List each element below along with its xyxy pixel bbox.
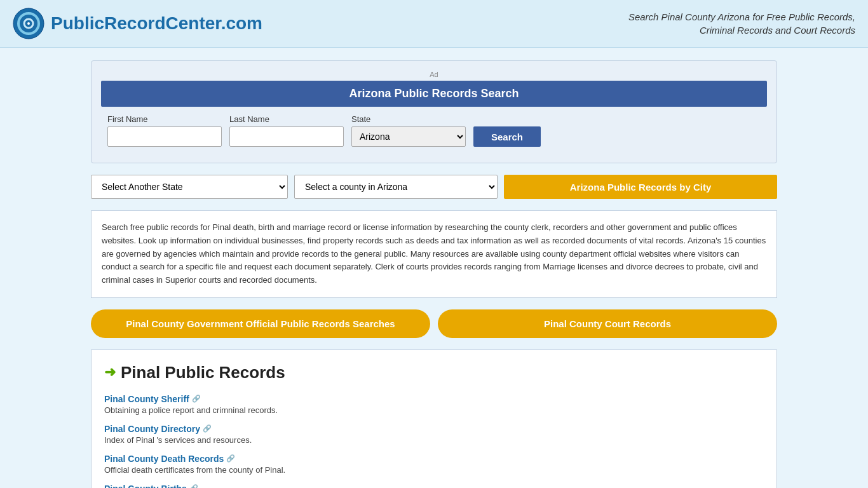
external-link-icon: 🔗 (189, 484, 198, 488)
directory-desc: Index of Pinal 's services and resources… (104, 435, 764, 445)
county-select-dropdown[interactable]: Select a county in Arizona (294, 175, 498, 199)
external-link-icon: 🔗 (226, 454, 235, 463)
records-section: ➜ Pinal Public Records Pinal County Sher… (91, 349, 777, 488)
external-link-icon: 🔗 (192, 395, 201, 403)
state-group: State Arizona (351, 114, 466, 147)
last-name-label: Last Name (229, 114, 344, 124)
svg-point-3 (27, 22, 30, 25)
sheriff-link[interactable]: Pinal County Sheriff 🔗 (104, 394, 764, 404)
action-buttons: Pinal County Government Official Public … (91, 309, 777, 338)
search-widget-title: Arizona Public Records Search (101, 81, 767, 107)
logo-area: PublicRecordCenter.com (13, 8, 262, 39)
search-widget: Ad Arizona Public Records Search First N… (91, 60, 777, 163)
header-tagline: Search Pinal County Arizona for Free Pub… (628, 10, 855, 37)
directory-link[interactable]: Pinal County Directory 🔗 (104, 424, 764, 434)
logo-icon (13, 8, 44, 39)
list-item: Pinal County Directory 🔗 Index of Pinal … (104, 424, 764, 445)
arrow-icon: ➜ (104, 364, 116, 381)
state-select-widget[interactable]: Arizona (351, 126, 466, 147)
first-name-group: First Name (107, 114, 222, 147)
state-label: State (351, 114, 466, 124)
main-content: Ad Arizona Public Records Search First N… (85, 60, 783, 488)
dropdowns-row: Select Another State Select a county in … (91, 175, 777, 199)
state-select-dropdown[interactable]: Select Another State (91, 175, 288, 199)
external-link-icon: 🔗 (203, 424, 212, 433)
list-item: Pinal County Births 🔗 Order records of b… (104, 484, 764, 488)
logo-text: PublicRecordCenter.com (51, 13, 262, 34)
sheriff-desc: Obtaining a police report and crimninal … (104, 405, 764, 415)
header: PublicRecordCenter.com Search Pinal Coun… (0, 0, 868, 48)
ad-label: Ad (101, 71, 767, 78)
search-form: First Name Last Name State Arizona Searc… (101, 114, 767, 153)
first-name-label: First Name (107, 114, 222, 124)
last-name-group: Last Name (229, 114, 344, 147)
search-button[interactable]: Search (473, 126, 541, 147)
death-records-link[interactable]: Pinal County Death Records 🔗 (104, 454, 764, 464)
records-title: ➜ Pinal Public Records (104, 363, 764, 383)
list-item: Pinal County Death Records 🔗 Official de… (104, 454, 764, 475)
court-records-button[interactable]: Pinal County Court Records (438, 309, 777, 338)
city-records-button[interactable]: Arizona Public Records by City (504, 175, 777, 199)
last-name-input[interactable] (229, 126, 344, 147)
births-link[interactable]: Pinal County Births 🔗 (104, 484, 764, 488)
description-text: Search free public records for Pinal dea… (102, 221, 766, 287)
list-item: Pinal County Sheriff 🔗 Obtaining a polic… (104, 394, 764, 415)
description-box: Search free public records for Pinal dea… (91, 210, 777, 298)
death-records-desc: Official death certificates from the cou… (104, 465, 764, 475)
first-name-input[interactable] (107, 126, 222, 147)
gov-records-button[interactable]: Pinal County Government Official Public … (91, 309, 430, 338)
